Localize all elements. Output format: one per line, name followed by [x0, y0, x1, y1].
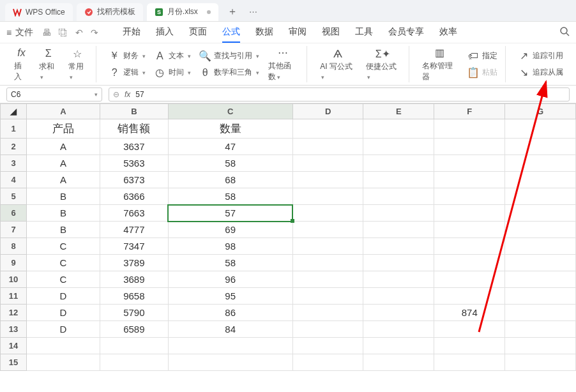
tab-view[interactable]: 视图 [322, 26, 340, 38]
cell[interactable] [292, 238, 363, 255]
quick-formula-button[interactable]: Σ✦ 便捷公式▾ [362, 46, 404, 82]
cell[interactable] [505, 155, 576, 172]
cell[interactable] [363, 338, 434, 354]
tab-review[interactable]: 审阅 [289, 26, 307, 38]
new-tab-button[interactable]: ＋ [225, 4, 240, 20]
cell[interactable]: 数量 [168, 119, 292, 139]
formula-input[interactable]: ⊖ fx 57 [109, 87, 570, 102]
cell[interactable] [505, 172, 576, 188]
cell[interactable] [505, 205, 576, 222]
tab-insert[interactable]: 插入 [156, 26, 174, 38]
cell[interactable] [363, 354, 434, 371]
finance-functions-button[interactable]: ￥财务▾ [105, 48, 148, 64]
row-header[interactable]: 14 [1, 338, 27, 354]
cell[interactable] [505, 188, 576, 205]
cell[interactable] [505, 255, 576, 271]
row-header[interactable]: 11 [1, 288, 27, 305]
cell[interactable]: 95 [168, 288, 292, 305]
cell[interactable] [434, 255, 505, 271]
tab-efficiency[interactable]: 效率 [439, 26, 457, 38]
cell[interactable]: 9658 [100, 288, 168, 305]
col-header-D[interactable]: D [292, 104, 363, 119]
cell[interactable] [27, 338, 100, 354]
cell[interactable] [363, 205, 434, 222]
cell[interactable]: 68 [168, 172, 292, 188]
cell[interactable] [363, 321, 434, 338]
cell[interactable] [434, 172, 505, 188]
cell[interactable]: 7347 [100, 238, 168, 255]
tab-tools[interactable]: 工具 [355, 26, 373, 38]
search-icon[interactable] [559, 26, 570, 39]
cell[interactable] [292, 255, 363, 271]
cell[interactable] [100, 354, 168, 371]
row-header[interactable]: 2 [1, 139, 27, 155]
trace-precedents-button[interactable]: ↗追踪引用 [515, 48, 566, 64]
file-menu-button[interactable]: ≡ 文件 [6, 27, 33, 38]
text-functions-button[interactable]: A文本▾ [151, 48, 193, 64]
col-header-E[interactable]: E [363, 104, 434, 119]
cell[interactable] [100, 338, 168, 354]
cell[interactable] [434, 271, 505, 288]
row-header[interactable]: 8 [1, 238, 27, 255]
cell[interactable] [168, 338, 292, 354]
cell[interactable] [434, 155, 505, 172]
trace-dependents-button[interactable]: ↘追踪从属 [515, 64, 566, 81]
tab-templates[interactable]: 找稻壳模板 [77, 3, 143, 21]
cell[interactable] [363, 155, 434, 172]
col-header-B[interactable]: B [100, 104, 168, 119]
autosum-button[interactable]: Σ 求和▾ [35, 46, 62, 82]
cell[interactable]: 5363 [100, 155, 168, 172]
row-header[interactable]: 12 [1, 305, 27, 321]
cell[interactable] [363, 139, 434, 155]
row-header[interactable]: 1 [1, 119, 27, 139]
cell[interactable] [363, 288, 434, 305]
cell[interactable] [505, 354, 576, 371]
row-header[interactable]: 10 [1, 271, 27, 288]
cell[interactable] [363, 255, 434, 271]
tab-wps-office[interactable]: WPS Office [5, 3, 73, 21]
cell[interactable]: C [27, 271, 100, 288]
cell[interactable]: 84 [168, 321, 292, 338]
cell[interactable] [434, 139, 505, 155]
cell[interactable] [505, 288, 576, 305]
cell[interactable] [363, 119, 434, 139]
name-box[interactable]: C6 ▾ [6, 87, 102, 102]
logic-functions-button[interactable]: ?逻辑▾ [105, 64, 148, 81]
cell[interactable]: A [27, 155, 100, 172]
cell[interactable]: 7663 [100, 205, 168, 222]
col-header-G[interactable]: G [505, 104, 576, 119]
cell[interactable]: 58 [168, 188, 292, 205]
cell[interactable]: 5790 [100, 305, 168, 321]
cell[interactable] [168, 354, 292, 371]
cell[interactable] [363, 188, 434, 205]
cell[interactable]: 58 [168, 255, 292, 271]
cell[interactable] [505, 338, 576, 354]
time-functions-button[interactable]: ◷时间▾ [151, 64, 193, 81]
row-header[interactable]: 4 [1, 172, 27, 188]
tab-data[interactable]: 数据 [255, 26, 273, 38]
row-header[interactable]: 9 [1, 255, 27, 271]
tab-start[interactable]: 开始 [123, 26, 140, 38]
cell[interactable] [292, 188, 363, 205]
tab-page[interactable]: 页面 [189, 26, 207, 38]
cell[interactable] [505, 119, 576, 139]
cell[interactable]: 4777 [100, 222, 168, 238]
cell[interactable]: 69 [168, 222, 292, 238]
lookup-functions-button[interactable]: 🔍查找与引用▾ [196, 48, 262, 64]
other-functions-button[interactable]: ⋯ 其他函数▾ [264, 45, 301, 84]
cell[interactable] [363, 271, 434, 288]
spreadsheet-grid[interactable]: ◢ A B C D E F G 1 产品 销售额 数量 2A363747 3A5… [0, 103, 576, 371]
cell[interactable] [292, 305, 363, 321]
cell[interactable] [505, 238, 576, 255]
cell[interactable] [434, 119, 505, 139]
tab-member[interactable]: 会员专享 [388, 26, 424, 38]
cell[interactable] [292, 288, 363, 305]
cell[interactable] [292, 172, 363, 188]
col-header-C[interactable]: C [168, 104, 292, 119]
cell[interactable]: A [27, 172, 100, 188]
cell[interactable]: B [27, 188, 100, 205]
cell[interactable]: 6589 [100, 321, 168, 338]
fx-icon[interactable]: fx [125, 90, 130, 99]
ai-formula-button[interactable]: Ѧ AI 写公式▾ [316, 46, 360, 82]
cell[interactable] [434, 321, 505, 338]
